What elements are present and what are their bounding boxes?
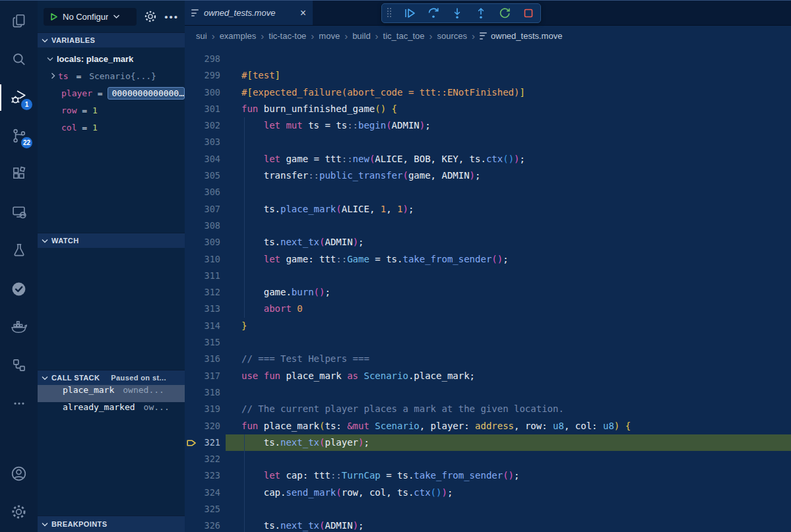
testing-icon-button[interactable]: [0, 231, 38, 270]
code-line[interactable]: 312 game.burn();: [185, 284, 791, 301]
code-line[interactable]: 307 ts.place_mark(ALICE, 1, 1);: [185, 201, 791, 218]
variables-scope-row[interactable]: locals: place_mark: [38, 50, 185, 67]
line-number-gutter[interactable]: 314: [185, 318, 226, 334]
breadcrumb-item[interactable]: tic-tac-toe: [269, 31, 306, 41]
code-line[interactable]: 326 ts.next_tx(ADMIN);: [185, 517, 791, 532]
line-number-gutter[interactable]: 315: [185, 334, 226, 351]
line-number-gutter[interactable]: 301: [185, 101, 226, 117]
code-line[interactable]: 304 let game = ttt::new(ALICE, BOB, KEY,…: [185, 151, 791, 167]
more-views-icon-button[interactable]: [0, 384, 38, 423]
line-number-gutter[interactable]: 299: [185, 67, 226, 84]
line-number-gutter[interactable]: 313: [185, 301, 226, 317]
line-number-gutter[interactable]: 306: [185, 184, 226, 200]
line-number-gutter[interactable]: 323: [185, 467, 226, 484]
close-icon[interactable]: ×: [300, 8, 306, 18]
breadcrumb-item[interactable]: examples: [220, 31, 257, 41]
code-line[interactable]: 324 cap.send_mark(row, col, ts.ctx());: [185, 485, 791, 501]
docker-icon-button[interactable]: [0, 308, 38, 346]
breadcrumb-item[interactable]: owned_tests.move: [491, 31, 562, 41]
line-number-gutter[interactable]: 304: [185, 151, 226, 167]
stack-frame-row[interactable]: place_mark owned...: [38, 385, 185, 402]
code-line[interactable]: 323 let cap: ttt::TurnCap = ts.take_from…: [185, 467, 791, 484]
checks-icon-button[interactable]: [0, 270, 38, 308]
continue-button[interactable]: [403, 7, 416, 20]
line-number-gutter[interactable]: 316: [185, 351, 226, 367]
restart-button[interactable]: [498, 7, 511, 20]
line-number-gutter[interactable]: 298: [185, 51, 226, 67]
watch-section-header[interactable]: WATCH: [38, 233, 185, 248]
line-number-gutter[interactable]: 311: [185, 268, 226, 284]
source-control-icon-button[interactable]: 22: [0, 117, 38, 155]
start-debug-icon[interactable]: [49, 13, 58, 21]
variable-row-col[interactable]: col = 1: [38, 119, 185, 136]
code-line[interactable]: 300#[expected_failure(abort_code = ttt::…: [185, 84, 791, 101]
line-number-gutter[interactable]: 312: [185, 284, 226, 301]
breadcrumb-item[interactable]: build: [352, 31, 370, 41]
settings-icon-button[interactable]: [0, 492, 38, 531]
code-line[interactable]: 311: [185, 268, 791, 284]
line-number-gutter[interactable]: 325: [185, 501, 226, 517]
code-line[interactable]: 322: [185, 451, 791, 467]
code-line[interactable]: 302 let mut ts = ts::begin(ADMIN);: [185, 117, 791, 134]
step-into-button[interactable]: [451, 7, 464, 20]
object-graph-icon-button[interactable]: [0, 346, 38, 384]
run-and-debug-icon-button[interactable]: 1: [0, 78, 38, 117]
code-line[interactable]: 298: [185, 51, 791, 67]
code-line[interactable]: 313 abort 0: [185, 301, 791, 317]
stack-frame-row[interactable]: already_marked ow...: [38, 402, 185, 419]
drag-handle[interactable]: [387, 8, 393, 18]
line-number-gutter[interactable]: 321: [185, 434, 226, 451]
line-number-gutter[interactable]: 317: [185, 368, 226, 384]
breadcrumb-item[interactable]: tic_tac_toe: [383, 31, 425, 41]
line-number-gutter[interactable]: 322: [185, 451, 226, 467]
code-line[interactable]: 325: [185, 501, 791, 517]
line-number-gutter[interactable]: 324: [185, 485, 226, 501]
breakpoints-section-header[interactable]: BREAKPOINTS: [38, 516, 185, 532]
code-line[interactable]: 318: [185, 384, 791, 401]
line-number-gutter[interactable]: 308: [185, 218, 226, 234]
code-line[interactable]: 317use fun place_mark as Scenario.place_…: [185, 368, 791, 384]
call-stack-section-header[interactable]: CALL STACK Paused on st...: [38, 370, 185, 385]
code-line[interactable]: 320fun place_mark(ts: &mut Scenario, pla…: [185, 418, 791, 434]
remote-explorer-icon-button[interactable]: [0, 193, 38, 231]
code-line[interactable]: 321 ts.next_tx(player);: [185, 434, 791, 451]
line-number-gutter[interactable]: 305: [185, 167, 226, 184]
line-number-gutter[interactable]: 302: [185, 117, 226, 134]
code-line[interactable]: 306: [185, 184, 791, 200]
line-number-gutter[interactable]: 303: [185, 134, 226, 150]
accounts-icon-button[interactable]: [0, 454, 38, 492]
line-number-gutter[interactable]: 326: [185, 517, 226, 532]
step-over-button[interactable]: [427, 7, 440, 20]
code-line[interactable]: 305 transfer::public_transfer(game, ADMI…: [185, 167, 791, 184]
explorer-icon-button[interactable]: [0, 2, 38, 40]
debug-config-dropdown[interactable]: No Configur: [44, 8, 137, 26]
debug-gear-icon[interactable]: [143, 9, 158, 24]
line-number-gutter[interactable]: 307: [185, 201, 226, 218]
variable-row-row[interactable]: row = 1: [38, 102, 185, 119]
line-number-gutter[interactable]: 310: [185, 251, 226, 268]
code-line[interactable]: 316// === Test Helpers ===: [185, 351, 791, 367]
breadcrumb-item[interactable]: sui: [196, 31, 207, 41]
line-number-gutter[interactable]: 300: [185, 84, 226, 101]
code-line[interactable]: 301fun burn_unfinished_game() {: [185, 101, 791, 117]
code-line[interactable]: 314}: [185, 318, 791, 334]
extensions-icon-button[interactable]: [0, 155, 38, 193]
variable-value-selected[interactable]: 0000000000000…: [108, 87, 185, 100]
breadcrumb-item[interactable]: move: [319, 31, 340, 41]
breadcrumb-item[interactable]: sources: [437, 31, 467, 41]
code-line[interactable]: 308: [185, 218, 791, 234]
search-icon-button[interactable]: [0, 40, 38, 78]
code-line[interactable]: 303: [185, 134, 791, 150]
variable-row-ts[interactable]: ts = Scenario{...}: [38, 67, 185, 84]
line-number-gutter[interactable]: 319: [185, 401, 226, 417]
code-line[interactable]: 315: [185, 334, 791, 351]
code-line[interactable]: 310 let game: ttt::Game = ts.take_from_s…: [185, 251, 791, 268]
variables-section-header[interactable]: VARIABLES: [38, 32, 185, 47]
variable-row-player[interactable]: player = 0000000000000…: [38, 84, 185, 102]
step-out-button[interactable]: [474, 7, 488, 20]
tab-owned-tests[interactable]: owned_tests.move ×: [185, 1, 313, 25]
line-number-gutter[interactable]: 309: [185, 234, 226, 251]
code-line[interactable]: 299#[test]: [185, 67, 791, 84]
stop-button[interactable]: [522, 7, 535, 20]
line-number-gutter[interactable]: 318: [185, 384, 226, 401]
